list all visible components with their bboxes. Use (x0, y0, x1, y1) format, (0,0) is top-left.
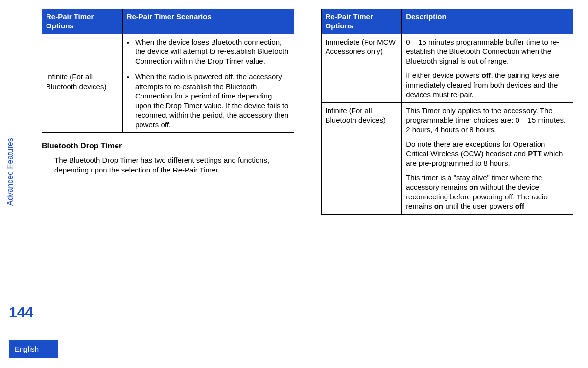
table-row: Infinite (For all Bluetooth devices) Thi… (321, 102, 573, 214)
desc-bold: off (481, 71, 491, 79)
table-cell-scenario: When the radio is powered off, the acces… (122, 69, 294, 133)
left-column: Re-Pair Timer Options Re-Pair Timer Scen… (42, 9, 294, 223)
desc-text: until the user powers (443, 202, 515, 210)
desc-bold: PTT (528, 149, 541, 158)
table-header-cell: Re-Pair Timer Options (321, 9, 402, 34)
table-cell-option: Immediate (For MCW Accessories only) (321, 34, 402, 102)
table-cell-option (42, 34, 123, 69)
table-header-cell: Re-Pair Timer Scenarios (122, 9, 294, 34)
table-header-cell: Description (402, 9, 573, 34)
body-paragraph: The Bluetooth Drop Timer has two differe… (54, 155, 294, 175)
bullet-item: When the device loses Bluetooth connecti… (127, 37, 290, 66)
table-row: Immediate (For MCW Accessories only) 0 –… (321, 34, 573, 102)
table-cell-scenario: When the device loses Bluetooth connecti… (122, 34, 294, 69)
table-cell-option: Infinite (For all Bluetooth devices) (321, 102, 402, 214)
table-cell-description: 0 – 15 minutes programmable buffer time … (402, 34, 573, 102)
desc-bold: on (469, 183, 478, 191)
table-cell-option: Infinite (For all Bluetooth devices) (42, 69, 123, 133)
side-section-label: Advanced Features (6, 138, 15, 206)
table-header-row: Re-Pair Timer Options Re-Pair Timer Scen… (42, 9, 294, 34)
table-header-cell: Re-Pair Timer Options (42, 9, 123, 34)
desc-text: 0 – 15 minutes programmable buffer time … (406, 38, 559, 65)
desc-text: If either device powers (406, 71, 481, 79)
table-row: Infinite (For all Bluetooth devices) Whe… (42, 69, 294, 133)
repair-timer-description-table: Re-Pair Timer Options Description Immedi… (321, 9, 574, 215)
bullet-item: When the radio is powered off, the acces… (127, 72, 290, 129)
repair-timer-scenarios-table: Re-Pair Timer Options Re-Pair Timer Scen… (42, 9, 294, 133)
page-content: Re-Pair Timer Options Re-Pair Timer Scen… (42, 9, 573, 223)
table-header-row: Re-Pair Timer Options Description (321, 9, 573, 34)
right-column: Re-Pair Timer Options Description Immedi… (321, 9, 574, 223)
table-cell-description: This Timer only applies to the accessory… (402, 102, 573, 214)
page-number: 144 (9, 304, 33, 320)
desc-bold: on (434, 202, 443, 210)
section-heading: Bluetooth Drop Timer (42, 142, 294, 150)
desc-bold: off (515, 202, 524, 210)
language-tab: English (9, 340, 58, 358)
table-row: When the device loses Bluetooth connecti… (42, 34, 294, 69)
desc-text: This Timer only applies to the accessory… (406, 106, 565, 134)
desc-text: Do note there are exceptions for Operati… (406, 140, 545, 158)
